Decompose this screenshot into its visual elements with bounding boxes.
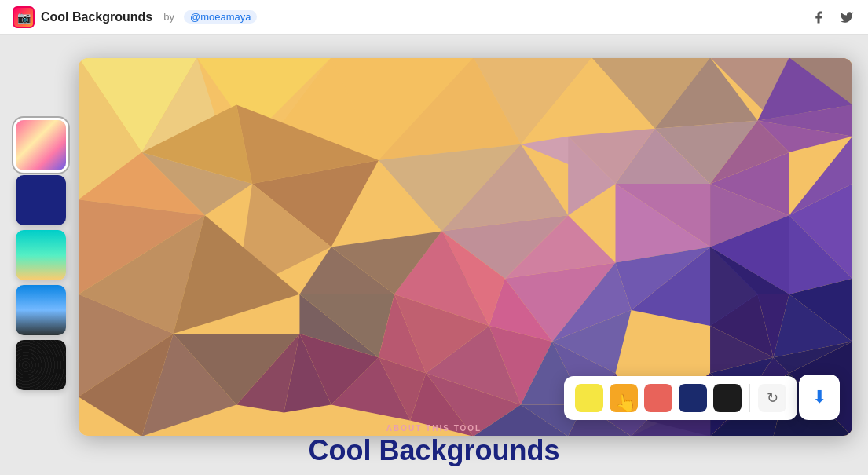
footer-area: ABOUT THIS TOOL Cool Backgrounds <box>308 424 559 467</box>
social-links <box>810 9 855 26</box>
download-button[interactable]: ⬇ <box>799 375 840 420</box>
color-swatch-yellow[interactable] <box>575 384 603 412</box>
palette-toolbar: ↻ <box>564 376 797 420</box>
logo-emoji: 📷 <box>17 11 31 24</box>
sidebar: Trianglify Colorful abstract triangles <box>16 120 66 390</box>
facebook-icon[interactable] <box>810 9 827 26</box>
footer-title: Cool Backgrounds <box>308 434 559 467</box>
main-area: Trianglify Colorful abstract triangles <box>0 35 868 475</box>
color-swatch-black[interactable] <box>713 384 742 412</box>
logo: 📷 Cool Backgrounds by @moeamaya <box>13 6 257 28</box>
sidebar-item-gradient-blue[interactable] <box>16 285 66 335</box>
color-swatch-orange[interactable] <box>610 384 638 412</box>
palette-divider <box>749 384 750 412</box>
sidebar-item-trianglify[interactable]: Trianglify Colorful abstract triangles <box>16 120 66 170</box>
refresh-button[interactable]: ↻ <box>758 384 786 412</box>
color-swatch-salmon[interactable] <box>644 384 672 412</box>
site-title: Cool Backgrounds <box>41 10 152 24</box>
header: 📷 Cool Backgrounds by @moeamaya <box>0 0 868 35</box>
sidebar-item-noise[interactable] <box>16 340 66 390</box>
twitter-icon[interactable] <box>838 9 855 26</box>
sidebar-item-dark-blue[interactable] <box>16 175 66 225</box>
sidebar-item-gradient-green[interactable] <box>16 230 66 280</box>
canvas-preview: ↻ 👆 ⬇ <box>79 58 852 436</box>
about-label: ABOUT THIS TOOL <box>308 424 559 433</box>
logo-icon: 📷 <box>13 6 35 28</box>
color-swatch-navy[interactable] <box>679 384 707 412</box>
username-link[interactable]: @moeamaya <box>184 10 258 24</box>
by-label: by <box>163 11 174 23</box>
